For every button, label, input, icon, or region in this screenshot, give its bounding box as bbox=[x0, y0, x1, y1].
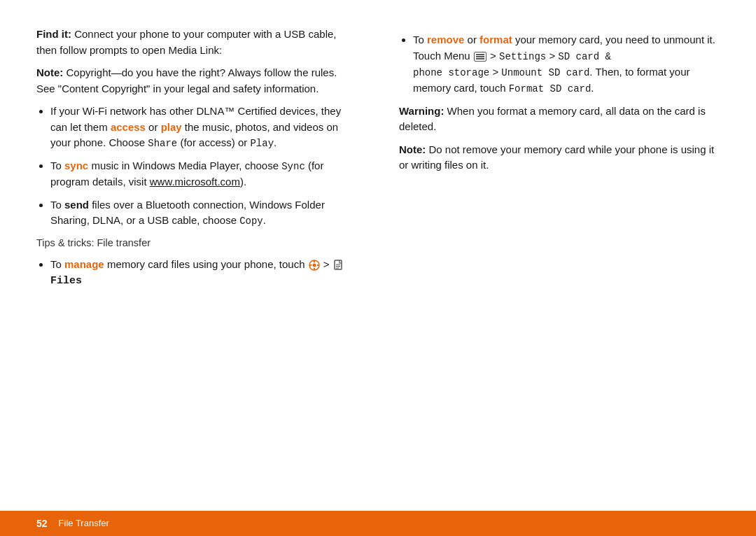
files-icon bbox=[333, 260, 344, 271]
right-bullet-list: To remove or format your memory card, yo… bbox=[399, 32, 720, 97]
format-sd-mono: Format SD card bbox=[509, 83, 592, 94]
share-mono: Share bbox=[148, 138, 177, 149]
find-it-paragraph: Find it: Connect your phone to your comp… bbox=[36, 27, 357, 58]
access-label: access bbox=[111, 121, 146, 133]
sync-mono: Sync bbox=[281, 161, 305, 172]
apps-icon bbox=[309, 260, 320, 271]
bullet-remove-format: To remove or format your memory card, yo… bbox=[413, 32, 720, 97]
copy-mono: Copy bbox=[239, 216, 263, 227]
files-mono: Files bbox=[50, 275, 82, 287]
svg-point-2 bbox=[314, 261, 315, 262]
bullet-send: To send files over a Bluetooth connectio… bbox=[50, 197, 357, 230]
svg-point-5 bbox=[317, 265, 318, 266]
bullet-sync: To sync music in Windows Media Player, c… bbox=[50, 158, 357, 190]
note2-label: Note: bbox=[399, 143, 426, 155]
page-footer: 52 File Transfer bbox=[0, 511, 756, 536]
sync-label: sync bbox=[64, 160, 88, 171]
footer-section-name: File Transfer bbox=[59, 517, 109, 530]
warning-paragraph: Warning: When you format a memory card, … bbox=[399, 104, 720, 135]
page-content: Find it: Connect your phone to your comp… bbox=[0, 0, 756, 511]
bullet-manage: To manage memory card files using your p… bbox=[50, 257, 357, 290]
remove-label: remove bbox=[427, 34, 464, 45]
microsoft-link[interactable]: www.microsoft.com bbox=[150, 176, 240, 188]
play-label: play bbox=[161, 121, 182, 133]
settings-mono: Settings bbox=[499, 51, 546, 62]
note2-text: Do not remove your memory card while you… bbox=[399, 143, 714, 171]
note-text: Copyright—do you have the right? Always … bbox=[36, 66, 337, 94]
format-label: format bbox=[479, 34, 512, 45]
note-paragraph: Note: Copyright—do you have the right? A… bbox=[36, 65, 357, 97]
svg-point-4 bbox=[310, 265, 312, 266]
footer-page-number: 52 bbox=[36, 516, 48, 530]
right-column: To remove or format your memory card, yo… bbox=[392, 27, 720, 497]
svg-point-3 bbox=[314, 268, 315, 269]
find-it-text: Connect your phone to your computer with… bbox=[36, 28, 337, 56]
menu-icon bbox=[474, 52, 486, 62]
find-it-label: Find it: bbox=[36, 28, 71, 40]
manage-label: manage bbox=[64, 258, 104, 270]
unmount-mono: Unmount SD card bbox=[501, 67, 589, 78]
bullet-dlna: If your Wi-Fi network has other DLNA™ Ce… bbox=[50, 104, 357, 151]
warning-label: Warning: bbox=[399, 105, 444, 117]
note-label: Note: bbox=[36, 66, 63, 78]
manage-bullet-list: To manage memory card files using your p… bbox=[36, 257, 357, 290]
warning-text: When you format a memory card, all data … bbox=[399, 105, 706, 133]
left-bullet-list: If your Wi-Fi network has other DLNA™ Ce… bbox=[36, 104, 357, 229]
note2-paragraph: Note: Do not remove your memory card whi… bbox=[399, 142, 720, 174]
tips-tricks-line: Tips & tricks: File transfer bbox=[36, 236, 357, 251]
send-label: send bbox=[64, 199, 89, 211]
svg-point-1 bbox=[312, 263, 316, 267]
play-mono: Play bbox=[250, 138, 274, 149]
left-column: Find it: Connect your phone to your comp… bbox=[36, 27, 364, 497]
